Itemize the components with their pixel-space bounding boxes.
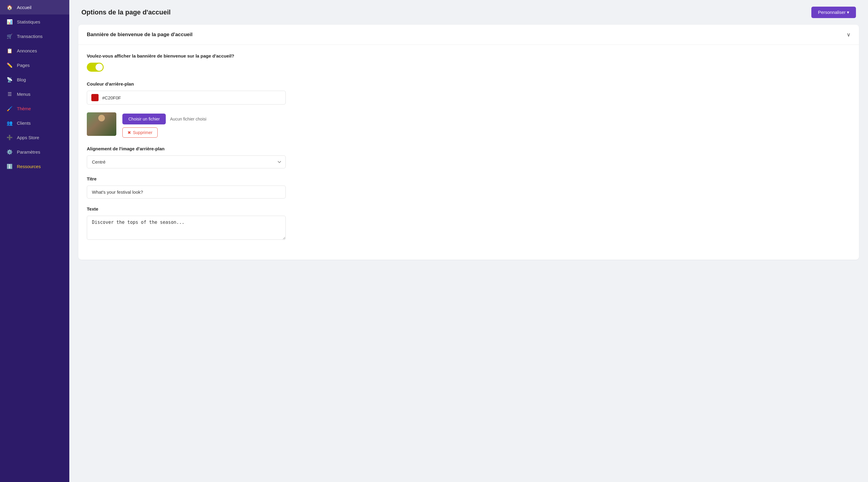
brush-icon: 🖌️ bbox=[7, 105, 13, 111]
titre-input[interactable] bbox=[87, 186, 286, 198]
texte-label: Texte bbox=[87, 206, 850, 212]
sidebar-label-statistiques: Statistiques bbox=[17, 19, 40, 24]
color-field bbox=[87, 91, 286, 104]
no-file-text: Aucun fichier choisi bbox=[170, 117, 207, 121]
gear-icon: ⚙️ bbox=[7, 149, 13, 155]
file-upload-area: Choisir un fichier Aucun fichier choisi … bbox=[87, 113, 850, 138]
list-icon: 📋 bbox=[7, 47, 13, 54]
alignment-select[interactable]: Centré Gauche Droite bbox=[87, 155, 286, 168]
card-header-title: Bannière de bienvenue de la page d'accue… bbox=[87, 32, 193, 38]
sidebar-item-clients[interactable]: 👥 Clients bbox=[0, 116, 69, 130]
file-upload-row: Choisir un fichier Aucun fichier choisi bbox=[122, 114, 207, 124]
titre-section: Titre bbox=[87, 176, 850, 198]
sidebar-label-parametres: Paramètres bbox=[17, 150, 40, 155]
sidebar-label-theme: Thème bbox=[17, 106, 31, 111]
sidebar: 🏠 Accueil 📊 Statistiques 🛒 Transactions … bbox=[0, 0, 69, 482]
toggle-track bbox=[87, 63, 104, 72]
card-body: Voulez-vous afficher la bannière de bien… bbox=[79, 45, 859, 260]
info-icon: ℹ️ bbox=[7, 163, 13, 169]
color-input[interactable] bbox=[102, 95, 281, 100]
menu-icon: ☰ bbox=[7, 91, 13, 97]
welcome-banner-card: Bannière de bienvenue de la page d'accue… bbox=[79, 25, 859, 260]
sidebar-item-blog[interactable]: 📡 Blog bbox=[0, 72, 69, 87]
sidebar-item-menus[interactable]: ☰ Menus bbox=[0, 87, 69, 101]
sidebar-item-apps-store[interactable]: ➕ Apps Store bbox=[0, 130, 69, 144]
alignment-label: Alignement de l'image d'arrière-plan bbox=[87, 146, 850, 151]
alignment-section: Alignement de l'image d'arrière-plan Cen… bbox=[87, 146, 850, 168]
choose-file-button[interactable]: Choisir un fichier bbox=[122, 114, 166, 124]
bg-color-section: Couleur d'arrière-plan bbox=[87, 81, 850, 104]
rss-icon: 📡 bbox=[7, 76, 13, 83]
color-swatch[interactable] bbox=[91, 94, 98, 101]
chevron-down-icon[interactable]: ∨ bbox=[846, 31, 850, 38]
main-content: Options de la page d'accueil Personnalis… bbox=[69, 0, 868, 482]
toggle-question: Voulez-vous afficher la bannière de bien… bbox=[87, 53, 850, 59]
sidebar-label-menus: Menus bbox=[17, 92, 30, 97]
users-icon: 👥 bbox=[7, 120, 13, 126]
file-upload-controls: Choisir un fichier Aucun fichier choisi … bbox=[122, 113, 207, 138]
page-title: Options de la page d'accueil bbox=[82, 8, 170, 16]
chart-icon: 📊 bbox=[7, 19, 13, 25]
card-header: Bannière de bienvenue de la page d'accue… bbox=[79, 25, 859, 45]
sidebar-item-ressources[interactable]: ℹ️ Ressources bbox=[0, 159, 69, 173]
toggle-section: Voulez-vous afficher la bannière de bien… bbox=[87, 53, 850, 73]
texte-section: Texte Discover the tops of the season... bbox=[87, 206, 850, 241]
titre-label: Titre bbox=[87, 176, 850, 181]
sidebar-label-annonces: Annonces bbox=[17, 48, 37, 53]
toggle-thumb bbox=[96, 64, 103, 71]
sidebar-item-accueil[interactable]: 🏠 Accueil bbox=[0, 0, 69, 14]
sidebar-item-theme[interactable]: 🖌️ Thème bbox=[0, 101, 69, 116]
home-icon: 🏠 bbox=[7, 4, 13, 10]
sidebar-label-ressources: Ressources bbox=[17, 164, 41, 169]
top-bar: Options de la page d'accueil Personnalis… bbox=[69, 0, 868, 25]
sidebar-label-pages: Pages bbox=[17, 63, 30, 68]
sidebar-item-annonces[interactable]: 📋 Annonces bbox=[0, 43, 69, 58]
sidebar-label-blog: Blog bbox=[17, 77, 26, 82]
sidebar-item-parametres[interactable]: ⚙️ Paramètres bbox=[0, 144, 69, 159]
supprimer-icon: ✖ bbox=[127, 130, 131, 135]
sidebar-item-statistiques[interactable]: 📊 Statistiques bbox=[0, 14, 69, 29]
sidebar-item-pages[interactable]: ✏️ Pages bbox=[0, 58, 69, 72]
supprimer-label: Supprimer bbox=[133, 130, 153, 135]
texte-textarea[interactable]: Discover the tops of the season... bbox=[87, 216, 286, 240]
sidebar-label-accueil: Accueil bbox=[17, 5, 31, 10]
sidebar-label-apps-store: Apps Store bbox=[17, 135, 39, 140]
plus-icon: ➕ bbox=[7, 134, 13, 140]
image-preview bbox=[87, 113, 116, 136]
sidebar-label-clients: Clients bbox=[17, 121, 31, 126]
sidebar-label-transactions: Transactions bbox=[17, 34, 42, 39]
supprimer-button[interactable]: ✖ Supprimer bbox=[122, 127, 158, 138]
image-preview-inner bbox=[87, 113, 116, 136]
banner-toggle[interactable] bbox=[87, 63, 104, 72]
cart-icon: 🛒 bbox=[7, 33, 13, 39]
sidebar-item-transactions[interactable]: 🛒 Transactions bbox=[0, 29, 69, 43]
personnaliser-button[interactable]: Personnaliser ▾ bbox=[811, 7, 856, 18]
edit-icon: ✏️ bbox=[7, 62, 13, 68]
bg-color-label: Couleur d'arrière-plan bbox=[87, 81, 850, 87]
